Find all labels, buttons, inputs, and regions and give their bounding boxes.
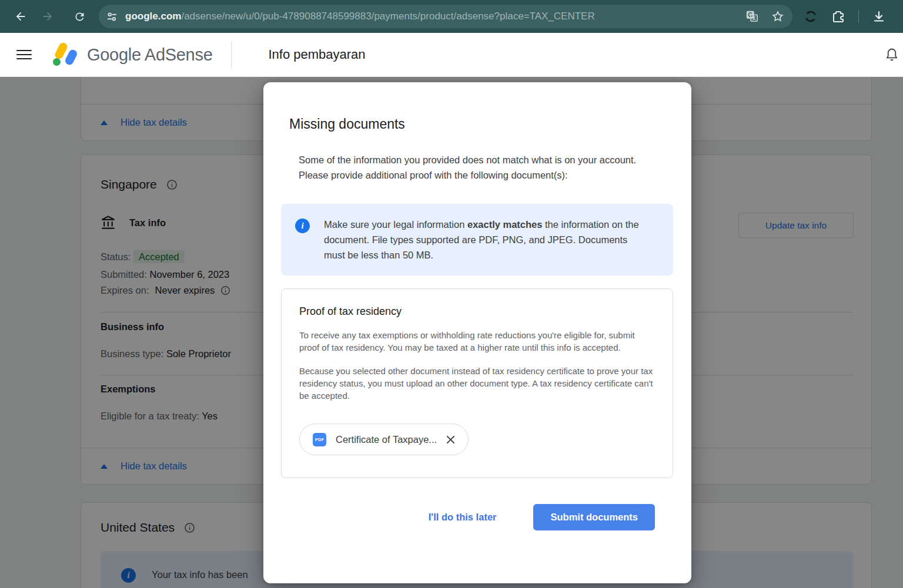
forward-icon[interactable] xyxy=(36,5,59,28)
reload-icon[interactable] xyxy=(68,5,91,28)
pdf-file-icon: PDF xyxy=(313,433,326,446)
back-icon[interactable] xyxy=(9,5,32,28)
site-info-icon[interactable] xyxy=(106,11,118,23)
missing-documents-dialog: Missing documents Some of the informatio… xyxy=(263,82,691,583)
url-path: /adsense/new/u/0/pub-4789088748599883/pa… xyxy=(181,11,594,22)
address-bar[interactable]: google.com/adsense/new/u/0/pub-478908874… xyxy=(99,5,792,28)
extensions-icon[interactable] xyxy=(831,9,845,23)
proof-of-tax-residency-card: Proof of tax residency To receive any ta… xyxy=(281,288,673,478)
browser-toolbar: google.com/adsense/new/u/0/pub-478908874… xyxy=(0,0,903,33)
logo-text: Google AdSense xyxy=(87,45,212,65)
toolbar-actions xyxy=(803,9,886,24)
remove-file-icon[interactable] xyxy=(445,434,456,445)
dialog-title: Missing documents xyxy=(289,116,691,132)
info-icon: i xyxy=(295,219,310,233)
info-note-text: Make sure your legal information exactly… xyxy=(324,217,648,263)
app-header: Google AdSense Info pembayaran xyxy=(0,33,903,77)
url-text: google.com/adsense/new/u/0/pub-478908874… xyxy=(125,11,745,22)
uploaded-file-chip[interactable]: PDF Certificate of Taxpaye... xyxy=(299,424,469,455)
proof-para-2: Because you selected other document inst… xyxy=(299,365,653,402)
sync-extension-icon[interactable] xyxy=(803,9,818,24)
dialog-actions: I'll do this later Submit documents xyxy=(263,504,655,530)
info-note: i Make sure your legal information exact… xyxy=(281,204,673,275)
proof-para-1: To receive any tax exemptions or withhol… xyxy=(299,329,653,354)
header-divider xyxy=(231,41,232,68)
toolbar-separator xyxy=(858,10,859,23)
menu-icon[interactable] xyxy=(16,47,32,62)
translate-icon[interactable]: G xyxy=(745,10,758,23)
dialog-intro: Some of the information you provided doe… xyxy=(299,152,643,183)
url-host: google.com xyxy=(125,11,181,22)
proof-card-title: Proof of tax residency xyxy=(299,305,655,318)
do-this-later-button[interactable]: I'll do this later xyxy=(429,512,497,523)
page-content: Hide tax details Singapore Tax info Stat… xyxy=(0,77,903,588)
download-icon[interactable] xyxy=(872,9,886,23)
notification-bell-icon[interactable] xyxy=(882,45,902,65)
file-name: Certificate of Taxpaye... xyxy=(336,434,437,445)
adsense-logo xyxy=(49,42,79,68)
submit-documents-button[interactable]: Submit documents xyxy=(533,504,655,530)
bookmark-star-icon[interactable] xyxy=(771,10,784,23)
page-title: Info pembayaran xyxy=(268,47,365,62)
note-text-bold: exactly matches xyxy=(467,219,543,230)
note-text-1: Make sure your legal information xyxy=(324,219,467,230)
